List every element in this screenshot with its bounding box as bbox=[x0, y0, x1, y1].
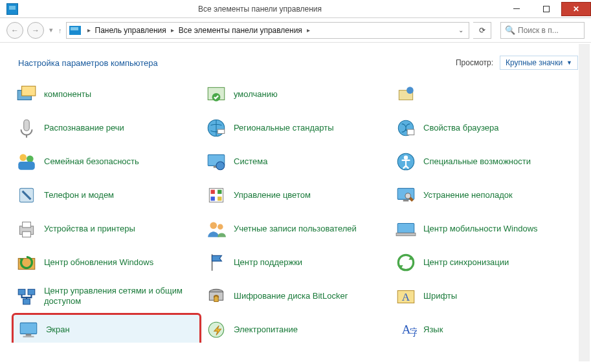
cpl-item-label: компоненты bbox=[44, 89, 91, 100]
address-dropdown-icon[interactable]: ⌄ bbox=[456, 27, 466, 34]
svg-point-33 bbox=[217, 224, 223, 230]
breadcrumb-separator-icon[interactable]: ▸ bbox=[304, 27, 313, 34]
cpl-item-mic[interactable]: Распознавание речи bbox=[12, 111, 201, 145]
cpl-item-users[interactable]: Учетные записи пользователей bbox=[201, 212, 391, 246]
display-icon bbox=[16, 317, 41, 342]
breadcrumb-2[interactable]: Все элементы панели управления bbox=[177, 26, 304, 35]
cpl-item-label: Экран bbox=[46, 325, 70, 335]
flag-icon bbox=[204, 250, 229, 275]
cpl-item-label: Центр обновления Windows bbox=[44, 257, 153, 268]
cpl-item-label: Центр поддержки bbox=[234, 257, 302, 268]
breadcrumb-separator-icon[interactable]: ▸ bbox=[85, 27, 93, 34]
breadcrumb-1[interactable]: Панель управления bbox=[93, 26, 168, 35]
cpl-item-browser[interactable]: Свойства браузера bbox=[391, 111, 581, 145]
recent-dropdown-icon[interactable]: ▾ bbox=[49, 26, 53, 34]
refresh-button[interactable]: ⟳ bbox=[473, 22, 491, 39]
svg-rect-25 bbox=[217, 197, 221, 200]
cpl-item-label: Шифрование диска BitLocker bbox=[234, 291, 348, 301]
cpl-item-trouble[interactable]: Устранение неполадок bbox=[391, 178, 581, 212]
svg-rect-6 bbox=[24, 120, 30, 131]
svg-text:A: A bbox=[402, 291, 410, 303]
phone-icon bbox=[14, 183, 39, 208]
cpl-item-label: Телефон и модем bbox=[44, 190, 114, 200]
cpl-item-color[interactable]: Управление цветом bbox=[201, 178, 391, 212]
cpl-item-lang[interactable]: A字Язык bbox=[391, 313, 581, 343]
defaults-icon bbox=[204, 82, 229, 107]
cpl-item-network[interactable]: Центр управления сетями и общим доступом bbox=[12, 279, 201, 313]
lang-icon: A字 bbox=[394, 317, 418, 342]
nav-bar: ← → ▾ ↑ ▸ Панель управления ▸ Все элемен… bbox=[0, 18, 591, 43]
cpl-item-label: Система bbox=[234, 156, 267, 167]
cpl-item-display[interactable]: Экран bbox=[12, 313, 201, 343]
cpl-item-label: Распознавание речи bbox=[44, 123, 124, 133]
cpl-item-label: умолчанию bbox=[234, 89, 278, 100]
up-button[interactable]: ↑ bbox=[58, 27, 62, 34]
search-input[interactable] bbox=[518, 26, 580, 35]
family-icon bbox=[14, 149, 39, 174]
svg-rect-27 bbox=[403, 199, 409, 201]
update-icon bbox=[14, 250, 39, 275]
cpl-item-label: Устранение неполадок bbox=[423, 190, 513, 200]
maximize-button[interactable] bbox=[531, 2, 561, 16]
minimize-button[interactable] bbox=[502, 2, 531, 16]
cpl-item-fonts[interactable]: AШрифты bbox=[391, 279, 581, 313]
cpl-item-update[interactable]: Центр обновления Windows bbox=[12, 246, 201, 279]
cpl-item-defaults[interactable]: умолчанию bbox=[201, 78, 391, 111]
address-bar[interactable]: ▸ Панель управления ▸ Все элементы панел… bbox=[66, 22, 470, 39]
cpl-item-region[interactable]: Региональные стандарты bbox=[201, 111, 391, 145]
svg-rect-23 bbox=[217, 190, 221, 194]
network-icon bbox=[14, 284, 39, 308]
window-title: Все элементы панели управления bbox=[18, 5, 502, 14]
items-scroll-area: компонентыумолчаниюРаспознавание речиРег… bbox=[0, 78, 591, 343]
cpl-item-family[interactable]: Семейная безопасность bbox=[12, 145, 201, 178]
title-bar: Все элементы панели управления ✕ bbox=[0, 0, 591, 18]
close-button[interactable]: ✕ bbox=[561, 2, 591, 16]
svg-point-32 bbox=[210, 222, 217, 229]
sync-icon bbox=[394, 250, 418, 275]
forward-button[interactable]: → bbox=[27, 22, 44, 39]
cpl-item-label: Региональные стандарты bbox=[234, 123, 333, 133]
cpl-item-components[interactable]: компоненты bbox=[12, 78, 201, 111]
cpl-item-bitlocker[interactable]: Шифрование диска BitLocker bbox=[201, 279, 391, 313]
svg-rect-50 bbox=[20, 323, 37, 334]
cpl-item-access[interactable]: Специальные возможности bbox=[391, 145, 581, 178]
svg-rect-22 bbox=[211, 190, 215, 194]
breadcrumb-separator-icon[interactable]: ▸ bbox=[168, 27, 177, 34]
bitlocker-icon bbox=[204, 284, 229, 308]
cpl-item-label: Центр мобильности Windows bbox=[423, 224, 538, 234]
cpl-item-label: Центр синхронизации bbox=[423, 257, 509, 268]
color-icon bbox=[204, 183, 229, 208]
cpl-item-printer[interactable]: Устройства и принтеры bbox=[12, 212, 201, 246]
svg-point-5 bbox=[407, 87, 414, 94]
cpl-item-mobility[interactable]: Центр мобильности Windows bbox=[391, 212, 581, 246]
page-title: Настройка параметров компьютера bbox=[18, 58, 158, 68]
cpl-item-label: Управление цветом bbox=[234, 190, 311, 200]
control-panel-icon bbox=[69, 26, 81, 35]
view-selector[interactable]: Крупные значки ▼ bbox=[500, 56, 578, 70]
svg-rect-24 bbox=[211, 197, 215, 200]
svg-rect-9 bbox=[217, 129, 225, 133]
cpl-item-system[interactable]: Система bbox=[201, 145, 391, 178]
svg-rect-30 bbox=[23, 222, 31, 228]
cpl-item-partialrow[interactable] bbox=[391, 78, 581, 111]
cpl-item-sync[interactable]: Центр синхронизации bbox=[391, 246, 581, 279]
cpl-item-label: Шрифты bbox=[423, 291, 457, 301]
search-box[interactable]: 🔍 bbox=[500, 22, 585, 39]
components-icon bbox=[14, 82, 39, 107]
search-icon: 🔍 bbox=[505, 25, 515, 35]
back-button[interactable]: ← bbox=[6, 22, 23, 39]
cpl-item-label: Учетные записи пользователей bbox=[234, 224, 357, 234]
svg-point-17 bbox=[216, 162, 225, 170]
cpl-item-phone[interactable]: Телефон и модем bbox=[12, 178, 201, 212]
cpl-item-label: Устройства и принтеры bbox=[44, 224, 135, 234]
vertical-scrollbar[interactable] bbox=[579, 44, 590, 361]
cpl-item-flag[interactable]: Центр поддержки bbox=[201, 246, 391, 279]
power-icon bbox=[204, 317, 229, 342]
cpl-item-label: Свойства браузера bbox=[423, 123, 498, 133]
trouble-icon bbox=[394, 183, 418, 208]
partialrow-icon bbox=[394, 82, 418, 107]
mic-icon bbox=[14, 116, 39, 140]
svg-rect-1 bbox=[22, 86, 36, 96]
cpl-item-power[interactable]: Электропитание bbox=[201, 313, 391, 343]
mobility-icon bbox=[394, 217, 418, 241]
